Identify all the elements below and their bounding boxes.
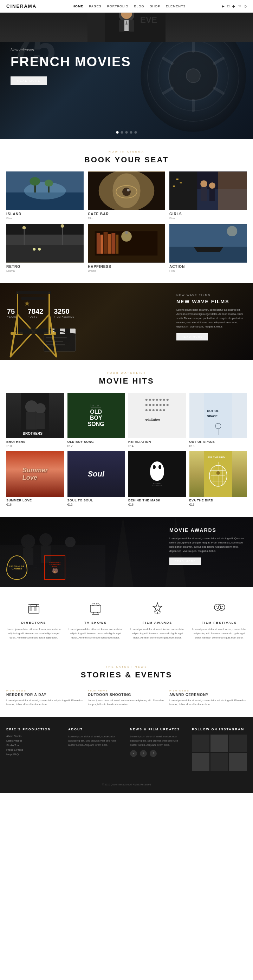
instagram-icon[interactable]: □	[227, 4, 229, 8]
hero-dot-5[interactable]	[135, 131, 137, 134]
footer-link-press[interactable]: Press & Press	[6, 748, 61, 751]
svg-text:BROTHERS: BROTHERS	[23, 432, 43, 436]
list-item[interactable]: EVE FILM NEWS AWARD CEREMONY Lorem ipsum…	[170, 687, 247, 706]
svg-rect-36	[6, 235, 83, 245]
list-item[interactable]: NEW OLDBOYSONG OLD BOY SONG €12	[67, 393, 125, 448]
svg-point-92	[156, 399, 158, 401]
svg-line-5	[215, 58, 223, 64]
svg-rect-144	[92, 603, 95, 606]
award-icon	[130, 601, 185, 617]
hero-dot-3[interactable]	[125, 131, 128, 134]
svg-point-95	[167, 399, 169, 401]
instagram-thumb[interactable]	[192, 735, 210, 752]
divider	[34, 568, 37, 568]
svg-marker-146	[153, 603, 162, 612]
list-item[interactable]: RETRO Drama	[6, 224, 83, 272]
list-item[interactable]: HAPPINESS Drama	[88, 224, 165, 272]
hits-eyebrow: YOUR WATCHLIST	[0, 371, 253, 374]
nav-logo[interactable]: CINERAMA	[6, 3, 37, 9]
svg-point-91	[152, 399, 155, 401]
list-item[interactable]: BEHINDTHE MASK BEHIND THE MASK €16	[128, 451, 186, 506]
list-item[interactable]: BROTHERS BROTHERS €10	[6, 393, 64, 448]
svg-point-22	[127, 189, 130, 191]
footer-twitter-icon[interactable]: t	[140, 750, 147, 757]
footer-social-links: v t f	[130, 750, 185, 757]
instagram-thumb[interactable]	[229, 753, 247, 771]
nav-elements[interactable]: ELEMENTS	[166, 5, 186, 8]
list-item[interactable]: EVEN FILM NEWS HEROES FOR A DAY Lorem ip…	[6, 687, 83, 706]
features-section: DIRECTORS Lorem ipsum dolor sit amet lor…	[0, 587, 253, 654]
svg-point-30	[200, 180, 207, 187]
stories-title: STORIES & EVENTS	[0, 670, 253, 679]
footer-link-tour[interactable]: Studio Tour	[6, 744, 61, 747]
nav-home[interactable]: HOME	[72, 5, 83, 8]
nav-shop[interactable]: SHOP	[150, 5, 160, 8]
svg-rect-51	[115, 235, 118, 254]
instagram-thumb[interactable]	[210, 753, 228, 771]
director-content: NEW WAVE FILMS NEW WAVE FILMS Lorem ipsu…	[176, 293, 247, 340]
instagram-thumb[interactable]	[229, 735, 247, 752]
footer-vimeo-icon[interactable]: v	[130, 750, 137, 757]
feature-filmfestivals: FILM FESTIVALS Lorem ipsum dolor sit ame…	[192, 601, 247, 640]
instagram-thumb[interactable]	[210, 735, 228, 752]
pinterest-icon[interactable]: ◆	[232, 4, 235, 8]
footer-link-about[interactable]: About Studio	[6, 735, 61, 738]
feature-filmawards-title: FILM AWARDS	[130, 621, 185, 624]
nav-portfolio[interactable]: PORTFOLIO	[107, 5, 129, 8]
svg-rect-25	[170, 172, 197, 210]
hero-dot-2[interactable]	[121, 131, 123, 134]
footer-col-instagram: FOLLOW ON INSTAGRAM	[192, 727, 247, 771]
girls-sub: Film	[170, 217, 247, 220]
hero-read-more-button[interactable]: READ MORE	[11, 76, 47, 85]
footer-copyright: © 2016 Qode Interactive All Rights Reser…	[6, 778, 247, 786]
footer-facebook-icon[interactable]: f	[150, 750, 157, 757]
list-item[interactable]: CAFE BAR Film	[88, 172, 165, 220]
nav-blog[interactable]: BLOG	[134, 5, 144, 8]
nav-pages[interactable]: PAGES	[89, 5, 101, 8]
svg-line-6	[215, 88, 223, 93]
list-item[interactable]: ISLAND Film	[6, 172, 83, 220]
stories-section-header: THE LATEST NEWS STORIES & EVENTS	[0, 654, 253, 687]
awards-text: Lorem ipsum dolor sit amet, consectetur …	[170, 536, 247, 553]
svg-point-90	[149, 399, 151, 401]
awards-read-more-button[interactable]: READ MORE	[170, 557, 201, 565]
svg-rect-50	[111, 233, 115, 253]
vimeo-icon[interactable]: ▶	[222, 4, 224, 8]
hero-dot-1[interactable]	[116, 131, 119, 134]
footer-link-videos[interactable]: Latest Videos	[6, 739, 61, 742]
list-item[interactable]: FILM NEWS OUTDOOR SHOOTING Lorem ipsum d…	[88, 687, 165, 706]
svg-rect-136	[31, 605, 37, 607]
cafe-scene	[88, 172, 165, 210]
svg-text:★: ★	[24, 299, 30, 307]
svg-point-154	[222, 606, 223, 607]
svg-point-40	[61, 224, 64, 228]
svg-rect-53	[125, 231, 128, 234]
feature-filmawards-text: Lorem ipsum dolor sit amet lorem, consec…	[130, 627, 185, 640]
list-item[interactable]: GIRLS Film	[170, 172, 247, 220]
book-title: BOOK YOUR SEAT	[0, 155, 253, 164]
list-item[interactable]: Soul SOUL TO SOUL €12	[67, 451, 125, 506]
svg-point-85	[35, 403, 46, 414]
happiness-image	[88, 224, 165, 262]
list-item[interactable]: OUT OF SPACE OUT OF SPACE €16	[189, 393, 247, 448]
instagram-thumb[interactable]	[192, 753, 210, 771]
svg-point-12	[24, 182, 66, 199]
director-read-more-button[interactable]: READ MORE	[176, 333, 208, 340]
svg-point-100	[160, 404, 162, 406]
list-item[interactable]: SummerLove SUMMER LOVE €16	[6, 451, 64, 506]
footer-link-faq[interactable]: Help (FAQ)	[6, 753, 61, 756]
list-item[interactable]: EVA THE BIRD EVA THE BIRD €16	[189, 451, 247, 506]
cannes-logo: FESTIVAL DE CANNES	[6, 555, 27, 580]
svg-point-128	[21, 535, 35, 548]
evabird-svg: EVA THE BIRD	[189, 451, 247, 497]
island-scene	[6, 172, 83, 210]
hero-dot-4[interactable]	[130, 131, 133, 134]
awards-content: MOVIE AWARDS Lorem ipsum dolor sit amet,…	[170, 527, 247, 565]
twitter-icon[interactable]: ☜	[238, 4, 241, 8]
facebook-icon[interactable]: ◇	[244, 4, 247, 8]
book-movie-grid: ISLAND Film CAFE BAR Film	[0, 172, 253, 283]
list-item[interactable]: retaliation RETALIATION €14	[128, 393, 186, 448]
svg-rect-26	[176, 178, 178, 180]
footer-col-production: ERIC'S PRODUCTION About Studio Latest Vi…	[6, 727, 61, 771]
list-item[interactable]: ACTION Film	[170, 224, 247, 272]
